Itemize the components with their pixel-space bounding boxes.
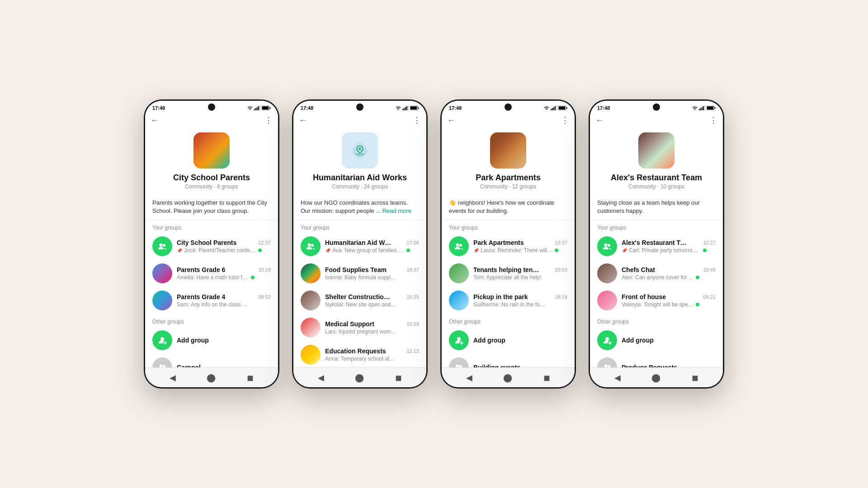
group-item[interactable]: Carpool [145,354,278,367]
status-icons [396,106,419,110]
group-name: Add group [622,337,654,344]
svg-point-10 [163,244,165,247]
community-description: Parents working together to support the … [145,195,278,220]
group-item[interactable]: Food Supplies Team 18:37 Ivanna: Baby fo… [293,260,426,287]
svg-point-11 [160,337,164,341]
more-icon[interactable]: ⋮ [413,115,421,125]
group-main-avatar [152,236,172,256]
community-header: Humanitarian Aid Works Community · 24 gr… [293,129,426,195]
group-photo-avatar [301,263,321,283]
recents-button[interactable]: ◼ [543,373,550,383]
group-item[interactable]: Front of house 09:21 Valeryia: Tonight w… [590,287,723,314]
community-name: Park Apartments [476,173,540,183]
back-icon[interactable]: ← [595,116,604,125]
community-sub: Community · 24 groups [332,183,388,190]
community-sub: Community · 10 groups [628,183,684,190]
back-button[interactable]: ◀ [170,373,176,383]
group-info: Pickup in the park 18:18 Guilherme: No r… [473,293,567,308]
phone-city-school: 17:48 ← ⋮ City School Parents Community … [144,99,279,389]
svg-point-24 [308,244,311,247]
group-name: Parents Grade 4 [177,293,225,300]
back-button[interactable]: ◀ [318,373,324,383]
group-item[interactable]: Parents Grade 4 08:52 Sam: Any info on t… [145,287,278,314]
group-item[interactable]: Add group [145,327,278,354]
read-more-link[interactable]: Read more [382,207,411,214]
group-item[interactable]: Alex's Restaurant Team 12:27 📌 Carl: Pri… [590,233,723,260]
recents-button[interactable]: ◼ [395,373,402,383]
group-item[interactable]: Parents Grade 6 10:18 Amelia: Have a mat… [145,260,278,287]
pin-icon: 📌 [325,248,330,253]
group-item[interactable]: Medical Support 15:59 Lars: Injured preg… [293,314,426,341]
svg-rect-8 [270,108,271,109]
recents-button[interactable]: ◼ [692,373,698,383]
community-sub: Community · 8 groups [185,183,238,190]
bottom-nav: ◀ ⬤ ◼ [590,367,723,387]
svg-rect-27 [551,109,552,110]
group-name: Park Apartments [473,239,524,246]
group-info: Carpool [177,363,271,367]
group-time: 12:37 [258,240,271,245]
group-main-avatar [597,236,617,256]
group-item[interactable]: Park Apartments 13:37 📌 Laura: Reminder:… [442,233,575,260]
status-bar: 17:48 [590,101,723,113]
status-icons [692,106,716,110]
back-icon[interactable]: ← [299,116,307,125]
more-icon[interactable]: ⋮ [709,115,717,125]
your-groups-label: Your groups [442,220,575,233]
your-groups-label: Your groups [293,220,426,233]
svg-rect-30 [555,106,556,110]
group-main-avatar [301,236,321,256]
group-name: Medical Support [325,320,374,328]
group-item[interactable]: Produce Requests [590,354,723,367]
group-item[interactable]: Building events [442,354,575,367]
group-time: 16:35 [406,294,419,300]
group-item[interactable]: Add group [442,327,575,354]
svg-point-37 [457,337,461,341]
svg-rect-33 [559,107,565,109]
group-msg: José: Parent/Teacher conferen... [184,247,256,253]
phone-park-apartments: 17:48 ← ⋮ Park Apartments Community · 12… [440,99,576,389]
back-button[interactable]: ◀ [614,373,621,383]
home-button[interactable]: ⬤ [207,373,216,383]
more-icon[interactable]: ⋮ [561,115,569,125]
svg-point-9 [160,244,163,247]
svg-point-52 [605,337,609,341]
group-info: Add group [622,336,716,344]
bottom-nav: ◀ ⬤ ◼ [145,367,278,387]
svg-point-25 [311,244,314,247]
group-photo-avatar [597,263,617,283]
group-name: Parents Grade 6 [177,266,225,273]
group-info: Front of house 09:21 Valeryia: Tonight w… [622,293,716,308]
community-description: Staying close as a team helps keep our c… [590,195,723,220]
group-time: 20:03 [555,267,567,272]
group-msg: Lars: Injured pregnant woman in need... [325,328,397,335]
home-button[interactable]: ⬤ [355,373,364,383]
home-button[interactable]: ⬤ [503,373,512,383]
back-button[interactable]: ◀ [466,373,472,383]
notch [208,103,215,111]
more-icon[interactable]: ⋮ [264,115,273,125]
group-item[interactable]: Tenants helping tenants 20:03 Tom: Appre… [442,260,575,287]
back-icon[interactable]: ← [151,116,159,125]
group-time: 09:21 [703,294,716,300]
group-item[interactable]: Chefs Chat 10:45 Alex: Can anyone cover … [590,260,723,287]
top-nav: ← ⋮ [590,113,723,129]
group-time: 08:52 [258,294,271,300]
home-button[interactable]: ⬤ [651,373,660,383]
svg-rect-7 [262,107,269,109]
group-item[interactable]: Pickup in the park 18:18 Guilherme: No r… [442,287,575,314]
pin-icon: 📌 [177,248,182,253]
notch [653,103,660,111]
recents-button[interactable]: ◼ [247,373,254,383]
group-item[interactable]: Shelter Construction Team 16:35 Nykolai:… [293,287,426,314]
group-item[interactable]: Add group [590,327,723,354]
group-item[interactable]: City School Parents 12:37 📌 José: Parent… [145,233,278,260]
back-icon[interactable]: ← [447,116,455,125]
group-msg: Sam: Any info on the class recital? [177,301,249,308]
group-time: 18:18 [555,294,567,300]
group-name: Building events [473,364,520,367]
group-item[interactable]: Education Requests 12:13 Anna: Temporary… [293,341,426,367]
group-item[interactable]: Humanitarian Aid Works 17:06 📌 Ava: New … [293,233,426,260]
group-msg: Laura: Reminder: There will be... [481,247,553,253]
pin-icon: 📌 [622,248,627,253]
